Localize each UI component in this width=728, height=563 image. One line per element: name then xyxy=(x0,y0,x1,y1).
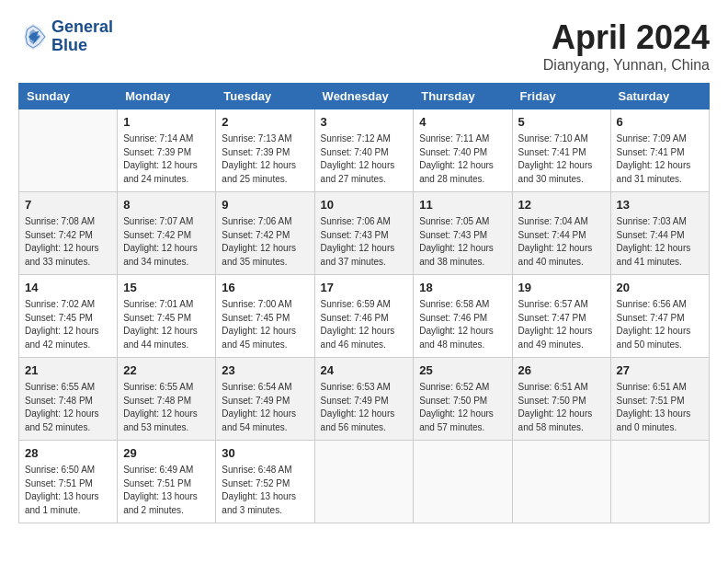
day-number: 12 xyxy=(518,197,605,213)
calendar-table: SundayMondayTuesdayWednesdayThursdayFrid… xyxy=(18,83,710,523)
calendar-header-saturday: Saturday xyxy=(610,84,709,109)
calendar-day-cell: 14Sunrise: 7:02 AM Sunset: 7:45 PM Dayli… xyxy=(19,275,118,358)
main-title: April 2024 xyxy=(543,18,710,57)
day-number: 25 xyxy=(419,362,506,379)
calendar-day-cell: 11Sunrise: 7:05 AM Sunset: 7:43 PM Dayli… xyxy=(414,192,512,275)
calendar-day-cell: 19Sunrise: 6:57 AM Sunset: 7:47 PM Dayli… xyxy=(512,275,610,358)
day-number: 10 xyxy=(321,197,408,213)
calendar-week-row: 14Sunrise: 7:02 AM Sunset: 7:45 PM Dayli… xyxy=(19,275,710,358)
day-number: 14 xyxy=(25,280,111,296)
day-number: 30 xyxy=(222,445,308,462)
day-number: 9 xyxy=(222,197,308,213)
calendar-header-tuesday: Tuesday xyxy=(216,84,314,109)
day-info: Sunrise: 7:06 AM Sunset: 7:42 PM Dayligh… xyxy=(222,215,308,269)
calendar-day-cell: 26Sunrise: 6:51 AM Sunset: 7:50 PM Dayli… xyxy=(512,358,610,441)
calendar-day-cell: 10Sunrise: 7:06 AM Sunset: 7:43 PM Dayli… xyxy=(314,192,414,275)
day-number: 4 xyxy=(419,114,506,131)
day-number: 13 xyxy=(617,197,703,213)
day-info: Sunrise: 7:00 AM Sunset: 7:45 PM Dayligh… xyxy=(222,298,308,351)
calendar-header-row: SundayMondayTuesdayWednesdayThursdayFrid… xyxy=(19,84,710,109)
day-number: 21 xyxy=(25,362,111,379)
day-number: 17 xyxy=(321,280,408,296)
logo-text: General Blue xyxy=(51,18,113,55)
day-number: 26 xyxy=(518,362,605,379)
calendar-day-cell: 8Sunrise: 7:07 AM Sunset: 7:42 PM Daylig… xyxy=(118,192,216,275)
calendar-day-cell: 9Sunrise: 7:06 AM Sunset: 7:42 PM Daylig… xyxy=(216,192,314,275)
day-info: Sunrise: 7:01 AM Sunset: 7:45 PM Dayligh… xyxy=(123,298,210,351)
calendar-day-cell: 17Sunrise: 6:59 AM Sunset: 7:46 PM Dayli… xyxy=(314,275,414,358)
calendar-day-cell: 15Sunrise: 7:01 AM Sunset: 7:45 PM Dayli… xyxy=(118,275,216,358)
calendar-day-cell: 7Sunrise: 7:08 AM Sunset: 7:42 PM Daylig… xyxy=(19,192,118,275)
day-number: 24 xyxy=(321,362,408,379)
day-info: Sunrise: 7:03 AM Sunset: 7:44 PM Dayligh… xyxy=(617,215,703,269)
day-number: 19 xyxy=(518,280,605,296)
day-info: Sunrise: 7:12 AM Sunset: 7:40 PM Dayligh… xyxy=(321,132,408,186)
day-info: Sunrise: 7:07 AM Sunset: 7:42 PM Dayligh… xyxy=(123,215,210,269)
day-info: Sunrise: 7:08 AM Sunset: 7:42 PM Dayligh… xyxy=(25,215,111,269)
calendar-day-cell: 5Sunrise: 7:10 AM Sunset: 7:41 PM Daylig… xyxy=(512,109,610,192)
calendar-day-cell: 30Sunrise: 6:48 AM Sunset: 7:52 PM Dayli… xyxy=(216,441,314,523)
calendar-week-row: 21Sunrise: 6:55 AM Sunset: 7:48 PM Dayli… xyxy=(19,358,710,441)
calendar-day-cell xyxy=(610,441,709,523)
calendar-day-cell: 12Sunrise: 7:04 AM Sunset: 7:44 PM Dayli… xyxy=(512,192,610,275)
calendar-day-cell: 13Sunrise: 7:03 AM Sunset: 7:44 PM Dayli… xyxy=(610,192,709,275)
calendar-week-row: 1Sunrise: 7:14 AM Sunset: 7:39 PM Daylig… xyxy=(19,109,710,192)
day-number: 18 xyxy=(419,280,506,296)
day-info: Sunrise: 6:51 AM Sunset: 7:51 PM Dayligh… xyxy=(617,381,703,434)
calendar-header-friday: Friday xyxy=(512,84,610,109)
day-number: 5 xyxy=(518,114,605,131)
day-number: 3 xyxy=(321,114,408,131)
calendar-week-row: 7Sunrise: 7:08 AM Sunset: 7:42 PM Daylig… xyxy=(19,192,710,275)
day-info: Sunrise: 7:11 AM Sunset: 7:40 PM Dayligh… xyxy=(419,132,506,186)
day-info: Sunrise: 6:57 AM Sunset: 7:47 PM Dayligh… xyxy=(518,298,605,351)
day-number: 8 xyxy=(123,197,210,213)
day-info: Sunrise: 6:55 AM Sunset: 7:48 PM Dayligh… xyxy=(123,381,210,434)
day-info: Sunrise: 7:09 AM Sunset: 7:41 PM Dayligh… xyxy=(617,132,703,186)
calendar-day-cell: 4Sunrise: 7:11 AM Sunset: 7:40 PM Daylig… xyxy=(414,109,512,192)
day-number: 6 xyxy=(617,114,703,131)
calendar-day-cell: 28Sunrise: 6:50 AM Sunset: 7:51 PM Dayli… xyxy=(19,441,118,523)
day-info: Sunrise: 7:06 AM Sunset: 7:43 PM Dayligh… xyxy=(321,215,408,269)
day-info: Sunrise: 6:53 AM Sunset: 7:49 PM Dayligh… xyxy=(321,381,408,434)
logo: General Blue xyxy=(18,18,113,55)
calendar-day-cell: 16Sunrise: 7:00 AM Sunset: 7:45 PM Dayli… xyxy=(216,275,314,358)
subtitle: Dianyang, Yunnan, China xyxy=(543,57,710,74)
day-info: Sunrise: 6:56 AM Sunset: 7:47 PM Dayligh… xyxy=(617,298,703,351)
calendar-day-cell: 3Sunrise: 7:12 AM Sunset: 7:40 PM Daylig… xyxy=(314,109,414,192)
calendar-day-cell: 24Sunrise: 6:53 AM Sunset: 7:49 PM Dayli… xyxy=(314,358,414,441)
calendar-day-cell: 21Sunrise: 6:55 AM Sunset: 7:48 PM Dayli… xyxy=(19,358,118,441)
calendar-header-monday: Monday xyxy=(118,84,216,109)
day-number: 23 xyxy=(222,362,308,379)
day-info: Sunrise: 7:04 AM Sunset: 7:44 PM Dayligh… xyxy=(518,215,605,269)
day-info: Sunrise: 7:02 AM Sunset: 7:45 PM Dayligh… xyxy=(25,298,111,351)
day-number: 11 xyxy=(419,197,506,213)
day-info: Sunrise: 6:55 AM Sunset: 7:48 PM Dayligh… xyxy=(25,381,111,434)
calendar-header-sunday: Sunday xyxy=(19,84,118,109)
day-number: 7 xyxy=(25,197,111,213)
calendar-day-cell: 23Sunrise: 6:54 AM Sunset: 7:49 PM Dayli… xyxy=(216,358,314,441)
calendar-day-cell: 22Sunrise: 6:55 AM Sunset: 7:48 PM Dayli… xyxy=(118,358,216,441)
calendar-day-cell: 29Sunrise: 6:49 AM Sunset: 7:51 PM Dayli… xyxy=(118,441,216,523)
calendar-day-cell: 18Sunrise: 6:58 AM Sunset: 7:46 PM Dayli… xyxy=(414,275,512,358)
calendar-day-cell: 20Sunrise: 6:56 AM Sunset: 7:47 PM Dayli… xyxy=(610,275,709,358)
logo-icon xyxy=(18,22,48,52)
calendar-day-cell: 25Sunrise: 6:52 AM Sunset: 7:50 PM Dayli… xyxy=(414,358,512,441)
day-info: Sunrise: 6:49 AM Sunset: 7:51 PM Dayligh… xyxy=(123,464,210,517)
day-number: 1 xyxy=(123,114,210,131)
day-info: Sunrise: 7:10 AM Sunset: 7:41 PM Dayligh… xyxy=(518,132,605,186)
day-info: Sunrise: 6:54 AM Sunset: 7:49 PM Dayligh… xyxy=(222,381,308,434)
day-info: Sunrise: 6:48 AM Sunset: 7:52 PM Dayligh… xyxy=(222,464,308,517)
day-number: 27 xyxy=(617,362,703,379)
calendar-day-cell: 2Sunrise: 7:13 AM Sunset: 7:39 PM Daylig… xyxy=(216,109,314,192)
calendar-day-cell: 27Sunrise: 6:51 AM Sunset: 7:51 PM Dayli… xyxy=(610,358,709,441)
title-area: April 2024 Dianyang, Yunnan, China xyxy=(543,18,710,74)
day-number: 15 xyxy=(123,280,210,296)
day-info: Sunrise: 7:13 AM Sunset: 7:39 PM Dayligh… xyxy=(222,132,308,186)
day-number: 22 xyxy=(123,362,210,379)
calendar-day-cell xyxy=(512,441,610,523)
day-number: 29 xyxy=(123,445,210,462)
header: General Blue April 2024 Dianyang, Yunnan… xyxy=(18,18,710,74)
day-number: 16 xyxy=(222,280,308,296)
day-number: 2 xyxy=(222,114,308,131)
calendar-day-cell xyxy=(19,109,118,192)
